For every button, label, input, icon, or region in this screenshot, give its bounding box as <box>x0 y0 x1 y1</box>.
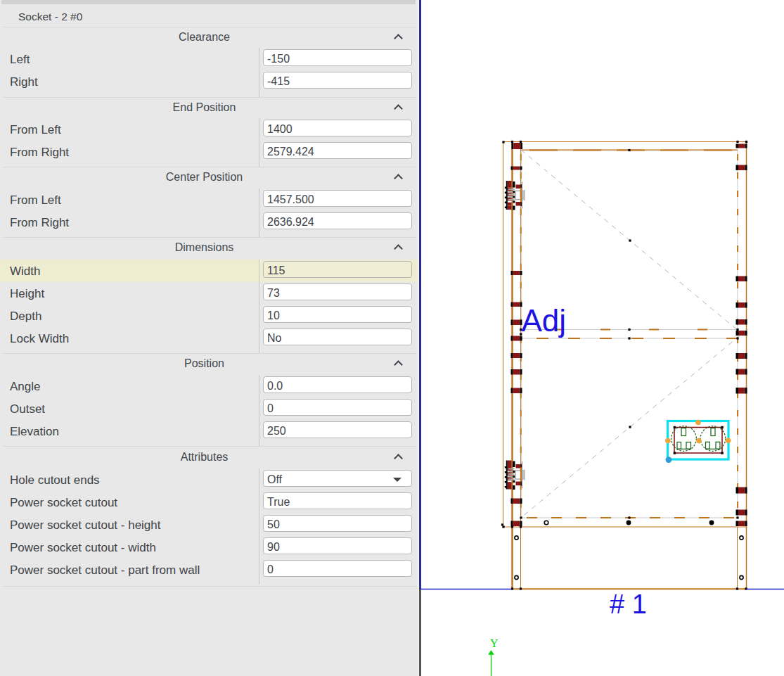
svg-text:Adj: Adj <box>522 303 567 338</box>
svg-text:# 1: # 1 <box>610 589 647 619</box>
svg-text:Y: Y <box>490 637 499 649</box>
